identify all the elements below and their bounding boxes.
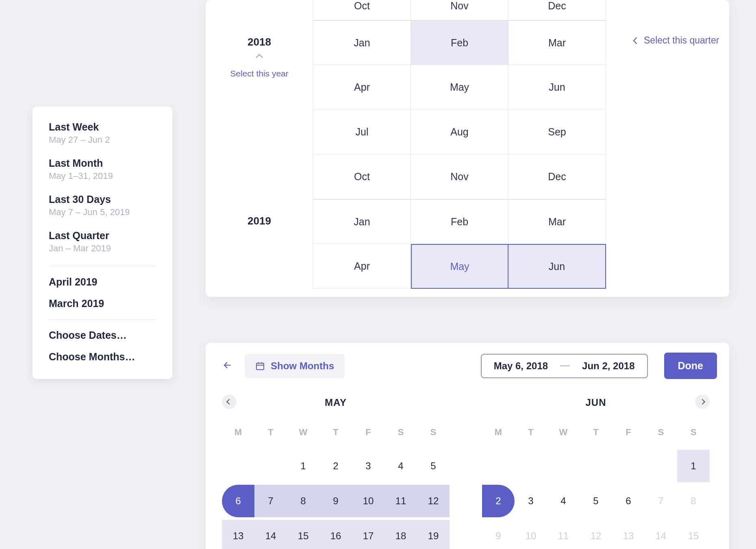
preset-last-week[interactable]: Last Week May 27 – Jun 2 bbox=[49, 121, 156, 145]
may-day-13[interactable]: 13 bbox=[222, 520, 254, 549]
chevron-left-icon bbox=[633, 37, 640, 44]
datepicker-header: Show Months May 6, 2018 Jun 2, 2018 Done bbox=[218, 353, 717, 379]
month-2019-jan[interactable]: Jan bbox=[313, 199, 411, 244]
year-2018-label: 2018 bbox=[248, 36, 271, 48]
month-2018-jan[interactable]: Jan bbox=[313, 20, 411, 65]
jun-day-13[interactable]: 13 bbox=[612, 520, 645, 549]
may-day-17[interactable]: 17 bbox=[352, 520, 385, 549]
preset-last-30[interactable]: Last 30 Days May 7 – Jun 5, 2019 bbox=[49, 194, 156, 218]
prev-month-button[interactable] bbox=[222, 394, 237, 409]
jun-day-11[interactable]: 11 bbox=[547, 520, 580, 549]
month-2018-dec[interactable]: Dec bbox=[508, 155, 606, 199]
jun-day-12[interactable]: 12 bbox=[580, 520, 612, 549]
month-2017-nov[interactable]: Nov bbox=[411, 0, 508, 20]
month-2018-mar[interactable]: Mar bbox=[508, 20, 606, 65]
month-2018-aug[interactable]: Aug bbox=[411, 110, 508, 155]
choose-dates[interactable]: Choose Dates… bbox=[49, 329, 156, 341]
preset-march-2019[interactable]: March 2019 bbox=[49, 298, 156, 309]
may-day-6[interactable]: 6 bbox=[222, 485, 254, 517]
select-this-year-link[interactable]: Select this year bbox=[230, 68, 289, 79]
may-day-7[interactable]: 7 bbox=[254, 485, 287, 517]
show-months-label: Show Months bbox=[271, 360, 334, 372]
jun-day-8[interactable]: 8 bbox=[677, 485, 710, 517]
may-day-10[interactable]: 10 bbox=[352, 485, 385, 517]
year-row-2017: 2017 Oct Nov Dec bbox=[206, 0, 729, 20]
chevron-up-icon bbox=[256, 54, 263, 61]
jun-day-9[interactable]: 9 bbox=[482, 520, 515, 549]
may-day-15[interactable]: 15 bbox=[287, 520, 319, 549]
month-2018-jun[interactable]: Jun bbox=[508, 65, 606, 110]
jun-day-5[interactable]: 5 bbox=[580, 485, 612, 517]
jun-day-7[interactable]: 7 bbox=[645, 485, 677, 517]
preset-sidebar: Last Week May 27 – Jun 2 Last Month May … bbox=[33, 107, 172, 379]
back-button[interactable] bbox=[218, 356, 237, 376]
jun-day-4[interactable]: 4 bbox=[547, 485, 580, 517]
preset-april-2019[interactable]: April 2019 bbox=[49, 276, 156, 288]
jun-day-1[interactable]: 1 bbox=[677, 450, 710, 482]
date-range-display[interactable]: May 6, 2018 Jun 2, 2018 bbox=[481, 354, 648, 378]
year-label-col-2017: 2017 bbox=[206, 0, 313, 20]
may-day-18[interactable]: 18 bbox=[385, 520, 417, 549]
year-label-col-2019: 2019 bbox=[206, 199, 313, 289]
dash-icon bbox=[560, 365, 570, 366]
dow-row: M T W T F S S bbox=[222, 427, 450, 438]
preset-title: Last Week bbox=[49, 121, 156, 133]
chevron-left-icon bbox=[226, 399, 232, 405]
jun-days-grid: 123456789101112131415 bbox=[482, 450, 710, 549]
preset-last-quarter[interactable]: Last Quarter Jan – Mar 2019 bbox=[49, 230, 156, 254]
month-2018-nov[interactable]: Nov bbox=[411, 155, 508, 199]
month-2018-apr[interactable]: Apr bbox=[313, 65, 411, 110]
year-row-2018: 2018 Select this year Jan Feb Mar Apr Ma… bbox=[206, 20, 729, 199]
range-start: May 6, 2018 bbox=[494, 360, 548, 372]
calendar-may: MAY M T W T F S S 1234567891011121314151… bbox=[222, 397, 450, 549]
may-day-2[interactable]: 2 bbox=[319, 450, 352, 482]
jun-day-2[interactable]: 2 bbox=[482, 485, 515, 517]
month-2019-mar[interactable]: Mar bbox=[508, 199, 606, 244]
may-day-3[interactable]: 3 bbox=[352, 450, 385, 482]
range-end: Jun 2, 2018 bbox=[582, 360, 634, 372]
month-2019-jun[interactable]: Jun bbox=[508, 244, 606, 289]
may-day-1[interactable]: 1 bbox=[287, 450, 319, 482]
month-2017-oct[interactable]: Oct bbox=[313, 0, 411, 20]
may-day-8[interactable]: 8 bbox=[287, 485, 319, 517]
month-2018-sep[interactable]: Sep bbox=[508, 110, 606, 155]
choose-months[interactable]: Choose Months… bbox=[49, 351, 156, 363]
next-month-button[interactable] bbox=[695, 394, 710, 409]
chevron-right-icon bbox=[700, 399, 705, 405]
date-range-panel: Show Months May 6, 2018 Jun 2, 2018 Done… bbox=[206, 343, 729, 549]
jun-day-15[interactable]: 15 bbox=[677, 520, 710, 549]
month-2019-feb[interactable]: Feb bbox=[411, 199, 508, 244]
may-day-4[interactable]: 4 bbox=[385, 450, 417, 482]
jun-day-14[interactable]: 14 bbox=[645, 520, 677, 549]
may-days-grid: 12345678910111213141516171819 bbox=[222, 450, 450, 549]
may-day-5[interactable]: 5 bbox=[417, 450, 450, 482]
year-row-2019: 2019 Jan Feb Mar Apr May Jun bbox=[206, 199, 729, 297]
preset-last-month[interactable]: Last Month May 1–31, 2019 bbox=[49, 157, 156, 181]
may-day-19[interactable]: 19 bbox=[417, 520, 450, 549]
show-months-button[interactable]: Show Months bbox=[245, 354, 345, 378]
calendar-title-jun: JUN bbox=[482, 397, 710, 408]
may-day-14[interactable]: 14 bbox=[254, 520, 287, 549]
select-this-quarter-link[interactable]: Select this quarter bbox=[634, 35, 719, 46]
may-day-16[interactable]: 16 bbox=[319, 520, 352, 549]
calendar-title-may: MAY bbox=[222, 397, 450, 408]
calendar-jun: JUN M T W T F S S 123456789101112131415 bbox=[482, 397, 710, 549]
month-2019-apr[interactable]: Apr bbox=[313, 244, 411, 289]
month-2018-oct[interactable]: Oct bbox=[313, 155, 411, 199]
jun-day-6[interactable]: 6 bbox=[612, 485, 645, 517]
arrow-left-icon bbox=[222, 360, 232, 370]
month-2019-may[interactable]: May bbox=[411, 244, 508, 289]
jun-day-10[interactable]: 10 bbox=[515, 520, 547, 549]
may-day-12[interactable]: 12 bbox=[417, 485, 450, 517]
calendar-icon bbox=[255, 361, 265, 371]
month-2018-may[interactable]: May bbox=[411, 65, 508, 110]
month-2017-dec[interactable]: Dec bbox=[508, 0, 606, 20]
done-button[interactable]: Done bbox=[664, 353, 717, 379]
year-2019-label: 2019 bbox=[248, 215, 271, 227]
month-2018-jul[interactable]: Jul bbox=[313, 110, 411, 155]
may-day-9[interactable]: 9 bbox=[319, 485, 352, 517]
month-2018-feb[interactable]: Feb bbox=[411, 20, 508, 65]
may-day-11[interactable]: 11 bbox=[385, 485, 417, 517]
divider bbox=[49, 266, 156, 266]
jun-day-3[interactable]: 3 bbox=[515, 485, 547, 517]
